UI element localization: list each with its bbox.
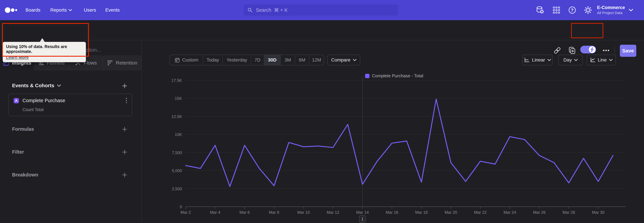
help-circle-icon: ? <box>568 6 576 14</box>
nav-item-users[interactable]: Users <box>84 0 96 20</box>
range-3m[interactable]: 3M <box>280 55 295 65</box>
x-axis-tick-label: Mar 28 <box>562 210 575 214</box>
events-cohorts-label: Events & Cohorts <box>12 83 54 88</box>
grid-dots-icon <box>552 6 560 14</box>
sampling-tooltip: Using 10% of data. Results are approxima… <box>3 42 86 62</box>
range-today[interactable]: Today <box>203 55 222 65</box>
range-label: 12M <box>312 57 321 63</box>
data-management-button[interactable] <box>535 0 545 20</box>
range-label: Custom <box>182 57 198 63</box>
x-axis-tick-label: Mar 14 <box>356 210 369 214</box>
y-axis-tick-label: 17.5K <box>172 78 182 83</box>
search-icon <box>247 7 253 13</box>
project-text: E-Commerce All Project Data <box>597 5 625 15</box>
y-axis-tick-label: 5,000 <box>172 168 182 173</box>
section-formulas: Formulas <box>12 126 34 132</box>
event-menu-button[interactable] <box>123 97 130 104</box>
database-gear-icon <box>536 6 544 14</box>
help-button[interactable]: ? <box>568 0 577 20</box>
event-card[interactable] <box>8 94 132 116</box>
nav-label: Boards <box>26 8 40 13</box>
lightning-bolt-icon <box>590 47 594 52</box>
learn-more-link[interactable]: Learn More <box>6 55 82 60</box>
date-range-group: Custom Today Yesterday 7D 30D 3M 6M 12M <box>170 55 324 65</box>
chevron-down-icon <box>548 59 551 61</box>
chevron-down-icon <box>57 84 61 87</box>
events-cohorts-header[interactable]: Events & Cohorts <box>12 83 61 88</box>
add-filter-button[interactable] <box>122 149 128 155</box>
tab-retention[interactable]: Retention <box>103 55 142 70</box>
range-label: 3M <box>284 57 291 63</box>
toggle-knob <box>589 46 596 53</box>
range-7d[interactable]: 7D <box>251 55 264 65</box>
granularity-label: Day <box>564 57 572 63</box>
y-axis-tick-label: 12.5K <box>172 114 182 119</box>
x-axis-tick-label: Mar 24 <box>504 210 516 214</box>
project-name: E-Commerce <box>597 5 625 11</box>
global-search[interactable] <box>244 4 398 16</box>
section-breakdown: Breakdown <box>12 172 38 178</box>
settings-button[interactable] <box>583 0 593 20</box>
add-breakdown-button[interactable] <box>122 172 128 178</box>
project-switcher[interactable]: E-Commerce All Project Data <box>597 0 633 20</box>
insights-line-chart[interactable]: 02,5005,0007,50010K12.5K15K17.5KMar 2Mar… <box>159 71 644 223</box>
mixpanel-logo[interactable] <box>5 0 18 20</box>
range-label: 7D <box>254 57 260 63</box>
range-yesterday[interactable]: Yesterday <box>222 55 251 65</box>
more-dots-icon <box>603 49 610 51</box>
link-icon <box>554 47 561 54</box>
x-axis-tick-label: Mar 4 <box>210 210 220 214</box>
range-custom[interactable]: Custom <box>170 55 203 65</box>
app-root: Boards Reports Users Events <box>0 0 644 223</box>
line-chart-icon <box>590 57 596 63</box>
event-name[interactable]: Complete Purchase <box>22 98 65 103</box>
range-label: Yesterday <box>226 57 247 63</box>
sampling-toggle[interactable] <box>580 46 596 53</box>
add-formula-button[interactable] <box>122 126 128 133</box>
range-12m[interactable]: 12M <box>309 55 324 65</box>
range-30d[interactable]: 30D <box>264 55 280 65</box>
apps-grid-button[interactable] <box>552 0 561 20</box>
y-axis-tick-label: 2,500 <box>172 186 182 191</box>
y-axis-tick-label: 7,500 <box>172 150 182 155</box>
event-series-badge: A <box>14 98 19 103</box>
nav-label: Reports <box>50 8 67 13</box>
save-button[interactable]: Save <box>620 45 636 57</box>
range-6m[interactable]: 6M <box>295 55 309 65</box>
logo-dots-icon <box>5 7 18 13</box>
nav-label: Events <box>105 8 120 13</box>
x-axis-tick-label: Mar 22 <box>474 210 487 214</box>
retention-icon <box>107 60 113 66</box>
scale-selector[interactable]: Linear <box>522 55 552 65</box>
report-header: Untitled Sampled + Add description... <box>0 20 644 40</box>
chart-type-label: Line <box>598 57 607 63</box>
y-axis-tick-label: 10K <box>175 132 182 137</box>
sidebar-divider <box>142 40 142 223</box>
granularity-selector[interactable]: Day <box>558 55 583 65</box>
chart-type-selector[interactable]: Line <box>587 55 616 65</box>
chevron-down-icon <box>353 59 356 61</box>
scale-label: Linear <box>532 57 545 63</box>
plus-icon <box>122 126 128 132</box>
nav-item-events[interactable]: Events <box>105 0 120 20</box>
annotation-marker-label: 1 <box>361 216 364 221</box>
event-metric[interactable]: Count Total <box>22 107 44 112</box>
x-axis-tick-label: Mar 12 <box>327 210 339 214</box>
chevron-down-icon <box>574 59 578 61</box>
plus-icon <box>122 172 128 178</box>
add-event-button[interactable] <box>122 83 128 89</box>
kebab-menu-icon <box>126 97 127 103</box>
project-scope: All Project Data <box>597 11 625 15</box>
top-nav-bar: Boards Reports Users Events <box>0 0 644 20</box>
compare-button[interactable]: Compare <box>327 55 360 65</box>
x-axis-tick-label: Mar 16 <box>386 210 398 214</box>
search-input[interactable] <box>256 7 394 13</box>
range-label: 30D <box>268 57 276 63</box>
nav-item-reports[interactable]: Reports <box>50 0 72 20</box>
plus-icon <box>122 149 128 155</box>
x-axis-tick-label: Mar 20 <box>444 210 457 214</box>
series-line[interactable] <box>186 99 613 186</box>
nav-item-boards[interactable]: Boards <box>26 0 40 20</box>
gear-icon <box>584 6 592 14</box>
y-axis-tick-label: 0 <box>180 204 182 209</box>
